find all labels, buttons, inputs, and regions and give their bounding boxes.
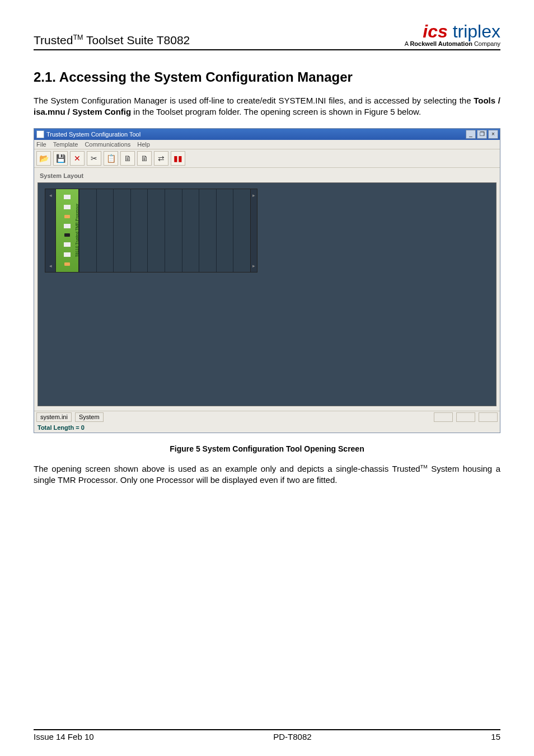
tm-mark: TM	[420, 464, 428, 469]
section-number: 2.1.	[34, 69, 56, 84]
closing-paragraph: The opening screen shown above is used a…	[34, 463, 500, 486]
status-pane	[434, 412, 453, 422]
layout-canvas[interactable]: ◂◂ T8110 Trusted TMR Processor	[38, 182, 496, 406]
section-heading: 2.1. Accessing the System Configuration …	[34, 69, 500, 85]
slot[interactable]	[216, 189, 233, 272]
statusbar: system.ini System Total Length = 0	[34, 411, 500, 433]
layout-panel: System Layout ◂◂ T8110 Trusted TMR Proce…	[34, 168, 500, 411]
brand-triplex: triplex	[448, 21, 500, 41]
status-pane	[456, 412, 475, 422]
chassis[interactable]: ◂◂ T8110 Trusted TMR Processor	[45, 189, 257, 273]
slot[interactable]	[233, 189, 250, 272]
brand-logo: ics triplex	[405, 22, 500, 40]
intro-paragraph: The System Configuration Manager is used…	[34, 95, 500, 118]
menubar: File Template Communications Help	[34, 140, 500, 149]
titlebar: Trusted System Configuration Tool _ ❐ ×	[34, 129, 500, 140]
open-icon[interactable]: 📂	[36, 151, 51, 166]
chassis-left-side: ◂◂	[45, 189, 55, 272]
page-footer: Issue 14 Feb 10 PD-T8082 15	[34, 729, 500, 741]
footer-issue: Issue 14 Feb 10	[34, 732, 94, 741]
brand-tagline: A Rockwell Automation Company	[405, 40, 500, 47]
status-system: System	[75, 412, 104, 422]
maximize-button[interactable]: ❐	[477, 130, 487, 139]
figure-caption: Figure 5 System Configuration Tool Openi…	[34, 444, 500, 453]
toolbar: 📂 💾 ✕ ✂ 📋 🗎 🗎 ⇄ ▮▮	[34, 149, 500, 168]
status-file: system.ini	[36, 412, 72, 422]
slot[interactable]	[79, 189, 96, 272]
menu-help[interactable]: Help	[137, 141, 150, 148]
minimize-button[interactable]: _	[466, 130, 476, 139]
paste-icon[interactable]: 📋	[104, 151, 118, 166]
tmr-processor-module[interactable]: T8110 Trusted TMR Processor	[55, 189, 79, 272]
chassis-right-side: ▸▸	[250, 189, 257, 272]
app-icon	[36, 130, 44, 138]
chassis-icon[interactable]: ▮▮	[171, 151, 185, 166]
figure-5: Trusted System Configuration Tool _ ❐ × …	[34, 128, 500, 433]
menu-communications[interactable]: Communications	[85, 141, 130, 148]
product-prefix: Trusted	[34, 34, 73, 46]
module-label: T8110 Trusted TMR Processor	[75, 203, 79, 257]
slot[interactable]	[182, 189, 199, 272]
slot[interactable]	[165, 189, 182, 272]
menu-file[interactable]: File	[36, 141, 46, 148]
close-button[interactable]: ×	[488, 130, 498, 139]
connect-icon[interactable]: ⇄	[154, 151, 168, 166]
slot[interactable]	[113, 189, 130, 272]
brand-ics: ics	[423, 21, 447, 41]
section-title-text: Accessing the System Configuration Manag…	[56, 69, 353, 84]
doc-header-product: TrustedTM Toolset Suite T8082	[34, 34, 190, 47]
slot[interactable]	[199, 189, 216, 272]
footer-docid: PD-T8082	[273, 732, 311, 741]
brand-block: ics triplex A Rockwell Automation Compan…	[405, 22, 500, 47]
status-length: Total Length = 0	[34, 423, 500, 433]
empty-slots	[79, 189, 250, 272]
slot[interactable]	[147, 189, 165, 272]
menu-template[interactable]: Template	[53, 141, 78, 148]
paste-module-icon[interactable]: 🗎	[137, 151, 152, 166]
cut-icon[interactable]: ✂	[87, 151, 101, 166]
delete-icon[interactable]: ✕	[70, 151, 85, 166]
copy-module-icon[interactable]: 🗎	[120, 151, 135, 166]
window-title: Trusted System Configuration Tool	[46, 131, 140, 138]
save-icon[interactable]: 💾	[53, 151, 68, 166]
product-suffix: Toolset Suite T8082	[83, 34, 190, 46]
footer-page: 15	[491, 732, 500, 741]
app-window: Trusted System Configuration Tool _ ❐ × …	[34, 128, 500, 433]
tm-mark: TM	[73, 34, 83, 41]
window-controls: _ ❐ ×	[466, 130, 498, 139]
slot[interactable]	[96, 189, 114, 272]
layout-label: System Layout	[38, 171, 496, 182]
slot[interactable]	[130, 189, 148, 272]
status-pane	[479, 412, 498, 422]
